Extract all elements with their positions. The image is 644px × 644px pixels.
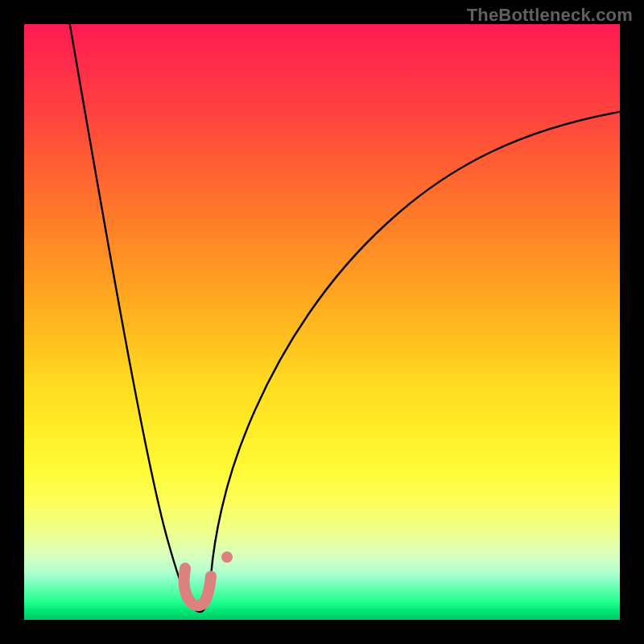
- highlight-right-marker: [221, 551, 233, 563]
- curve-right-branch: [211, 111, 620, 576]
- watermark-text: TheBottleneck.com: [467, 5, 633, 26]
- chart-svg: [24, 24, 620, 620]
- curve-left-branch: [68, 24, 210, 612]
- chart-frame: TheBottleneck.com: [0, 0, 644, 644]
- plot-area: [24, 24, 620, 620]
- highlight-left-marker: [184, 568, 211, 605]
